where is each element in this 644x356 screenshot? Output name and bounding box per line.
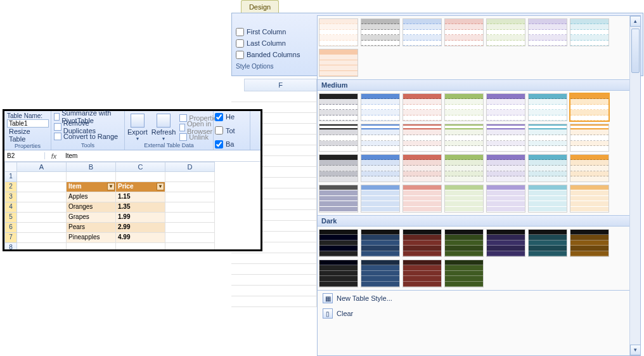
clear-style-button[interactable]: ▯ Clear: [318, 306, 629, 321]
cell[interactable]: [165, 192, 215, 202]
style-thumb[interactable]: [319, 93, 358, 121]
row-header[interactable]: 8: [4, 243, 17, 249]
style-thumb[interactable]: [528, 229, 567, 257]
row-header[interactable]: 5: [4, 213, 17, 223]
cell[interactable]: [165, 182, 215, 192]
scroll-thumb[interactable]: [631, 29, 640, 73]
style-thumb[interactable]: [319, 18, 358, 46]
row-header[interactable]: 1: [4, 172, 17, 182]
cell[interactable]: [116, 243, 165, 249]
cell[interactable]: [165, 213, 215, 223]
header-row-check[interactable]: He: [215, 112, 248, 121]
remove-duplicates-button[interactable]: Remove Duplicates: [54, 122, 122, 131]
style-thumb[interactable]: [486, 229, 525, 257]
row-header[interactable]: 6: [4, 223, 17, 233]
column-header-f[interactable]: F: [244, 79, 317, 91]
style-thumb[interactable]: [486, 185, 525, 213]
cell[interactable]: Pineapples: [67, 233, 116, 243]
cell[interactable]: 4.99: [116, 233, 165, 243]
col-b[interactable]: B: [67, 162, 116, 172]
style-thumb[interactable]: [361, 229, 400, 257]
style-thumb[interactable]: [444, 124, 484, 152]
cell[interactable]: [165, 243, 215, 249]
style-thumb[interactable]: [528, 124, 567, 152]
cell[interactable]: Apples: [67, 192, 116, 202]
cell[interactable]: [67, 172, 116, 182]
cell[interactable]: [17, 243, 67, 249]
style-thumb[interactable]: [570, 154, 609, 182]
cell[interactable]: Pears: [67, 223, 116, 233]
cell[interactable]: [17, 213, 67, 223]
style-thumb[interactable]: [570, 18, 609, 46]
first-column-check[interactable]: First Column: [236, 26, 317, 37]
style-thumb[interactable]: [361, 260, 400, 287]
scroll-up-button[interactable]: ▴: [630, 16, 641, 27]
style-thumb[interactable]: [402, 93, 442, 121]
style-thumb[interactable]: [444, 154, 484, 182]
style-thumb[interactable]: [361, 93, 400, 121]
cell[interactable]: [165, 172, 215, 182]
style-thumb[interactable]: [402, 185, 442, 213]
cell[interactable]: 1.35: [116, 202, 165, 213]
style-thumb[interactable]: [570, 124, 609, 152]
row-header[interactable]: 2: [4, 182, 17, 192]
col-a[interactable]: A: [17, 162, 67, 172]
style-thumb[interactable]: [444, 229, 484, 257]
cell[interactable]: [17, 202, 67, 213]
style-thumb[interactable]: [361, 18, 400, 46]
cell[interactable]: [165, 202, 215, 213]
row-header[interactable]: 4: [4, 202, 17, 213]
style-thumb[interactable]: [528, 93, 567, 121]
scroll-down-button[interactable]: ▾: [630, 345, 641, 355]
filter-dropdown[interactable]: ▾: [157, 183, 164, 190]
row-header[interactable]: 3: [4, 192, 17, 202]
cell[interactable]: [116, 172, 165, 182]
style-thumb[interactable]: [402, 18, 442, 46]
style-thumb[interactable]: [361, 154, 400, 182]
worksheet-grid[interactable]: A B C D 12Item▾Price▾3Apples1.154Oranges…: [4, 162, 261, 249]
cell[interactable]: [17, 172, 67, 182]
name-box[interactable]: B2: [4, 152, 45, 159]
style-thumb[interactable]: [402, 124, 442, 152]
style-thumb[interactable]: [319, 154, 358, 182]
style-thumb[interactable]: [361, 124, 400, 152]
style-thumb[interactable]: [444, 93, 484, 121]
col-d[interactable]: D: [165, 162, 215, 172]
tab-design[interactable]: Design: [241, 0, 279, 13]
style-thumb[interactable]: [319, 260, 358, 287]
cell[interactable]: Item▾: [67, 182, 116, 192]
export-button[interactable]: Export▾: [127, 114, 148, 142]
new-table-style-button[interactable]: ▦ New Table Style...: [318, 291, 629, 306]
style-thumb[interactable]: [570, 185, 609, 213]
cell[interactable]: Grapes: [67, 213, 116, 223]
refresh-button[interactable]: Refresh▾: [151, 114, 176, 142]
style-thumb[interactable]: [486, 93, 525, 121]
style-thumb[interactable]: [319, 185, 358, 213]
row-header[interactable]: 7: [4, 233, 17, 243]
cell[interactable]: [17, 233, 67, 243]
style-thumb[interactable]: [444, 18, 484, 46]
cell[interactable]: [17, 223, 67, 233]
cell[interactable]: [67, 243, 116, 249]
style-thumb[interactable]: [402, 154, 442, 182]
style-thumb[interactable]: [570, 229, 609, 257]
cell[interactable]: [17, 192, 67, 202]
last-column-check[interactable]: Last Column: [236, 37, 317, 49]
col-c[interactable]: C: [116, 162, 165, 172]
table-name-input[interactable]: [7, 119, 49, 128]
style-thumb[interactable]: [319, 229, 358, 257]
cell[interactable]: [165, 233, 215, 243]
gallery-scrollbar[interactable]: ▴ ▾: [629, 16, 640, 355]
style-thumb[interactable]: [528, 18, 567, 46]
cell[interactable]: 2.99: [116, 223, 165, 233]
banded-columns-check[interactable]: Banded Columns: [236, 49, 317, 60]
cell[interactable]: [165, 223, 215, 233]
banded-rows-check[interactable]: Ba: [215, 140, 248, 148]
style-thumb[interactable]: [402, 229, 442, 257]
style-options-label[interactable]: Style Options: [236, 63, 317, 70]
style-thumb[interactable]: [444, 185, 484, 213]
total-row-check[interactable]: Tot: [215, 126, 248, 135]
cell[interactable]: 1.99: [116, 213, 165, 223]
cell[interactable]: [17, 182, 67, 192]
style-thumb[interactable]: [486, 18, 525, 46]
